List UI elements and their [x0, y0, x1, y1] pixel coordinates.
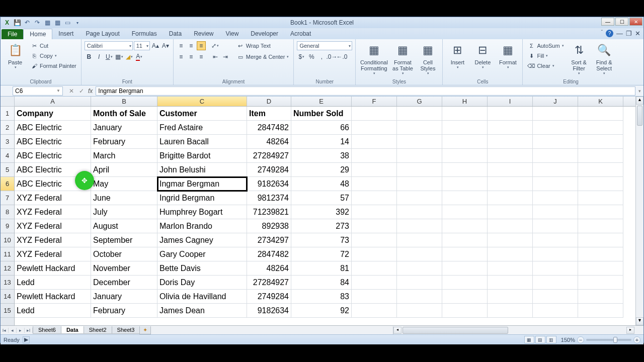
- cell[interactable]: [533, 121, 578, 135]
- cell[interactable]: [578, 121, 623, 135]
- cell[interactable]: [352, 191, 397, 205]
- cell[interactable]: [397, 304, 442, 318]
- scroll-down-icon[interactable]: ▼: [636, 317, 643, 325]
- underline-button[interactable]: U▾: [105, 52, 114, 61]
- number-format-combo[interactable]: General: [297, 41, 352, 50]
- cell[interactable]: Gary Cooper: [157, 247, 247, 261]
- cell[interactable]: Customer: [157, 107, 247, 121]
- cells-area[interactable]: CompanyMonth of SaleCustomerItemNumber S…: [15, 107, 635, 325]
- cell[interactable]: [442, 107, 488, 121]
- row-header-7[interactable]: 7: [1, 191, 14, 205]
- maximize-button[interactable]: ☐: [615, 18, 628, 26]
- cell[interactable]: [397, 261, 442, 276]
- cell[interactable]: [442, 191, 488, 205]
- cell[interactable]: 73: [291, 233, 352, 247]
- cell[interactable]: 2847482: [247, 121, 291, 135]
- cell[interactable]: [488, 304, 533, 318]
- cell[interactable]: [352, 247, 397, 261]
- cell[interactable]: [397, 163, 442, 177]
- sheet-last-icon[interactable]: ▸I: [25, 328, 33, 333]
- cell[interactable]: 72: [291, 247, 352, 261]
- align-left-icon[interactable]: ≡: [177, 52, 186, 61]
- cell[interactable]: [533, 233, 578, 247]
- cell[interactable]: [578, 233, 623, 247]
- fill-color-button[interactable]: ◢▾: [125, 52, 134, 61]
- increase-indent-icon[interactable]: ⇥: [221, 52, 230, 61]
- cell[interactable]: [488, 135, 533, 149]
- cell[interactable]: 14: [291, 135, 352, 149]
- cell[interactable]: [533, 219, 578, 233]
- tab-formulas[interactable]: Formulas: [126, 29, 163, 39]
- font-color-button[interactable]: A▾: [135, 52, 144, 61]
- cell[interactable]: November: [91, 261, 157, 276]
- page-layout-view-icon[interactable]: ▤: [535, 336, 545, 343]
- cell[interactable]: April: [91, 163, 157, 177]
- clear-button[interactable]: ⌫Clear▾: [526, 61, 565, 70]
- insert-cells-button[interactable]: ⊞Insert▾: [446, 41, 469, 70]
- column-header-H[interactable]: H: [442, 97, 488, 106]
- cell[interactable]: [352, 177, 397, 191]
- cell[interactable]: 9812374: [247, 191, 291, 205]
- cell[interactable]: [578, 177, 623, 191]
- cell[interactable]: February: [91, 135, 157, 149]
- cell[interactable]: [397, 290, 442, 304]
- cell[interactable]: [488, 233, 533, 247]
- align-right-icon[interactable]: ≡: [197, 52, 206, 61]
- tab-home[interactable]: Home: [23, 29, 52, 39]
- cell[interactable]: ABC Electric: [15, 149, 91, 163]
- cell[interactable]: XYZ Federal: [15, 191, 91, 205]
- save-icon[interactable]: 💾: [13, 19, 22, 27]
- align-center-icon[interactable]: ≡: [187, 52, 196, 61]
- paste-button[interactable]: 📋 Paste▾: [4, 41, 27, 70]
- cell[interactable]: 892938: [247, 219, 291, 233]
- cell[interactable]: ABC Electric: [15, 121, 91, 135]
- decrease-indent-icon[interactable]: ⇤: [211, 52, 220, 61]
- cell[interactable]: [397, 149, 442, 163]
- tab-page-layout[interactable]: Page Layout: [79, 29, 125, 39]
- cell[interactable]: [488, 121, 533, 135]
- format-as-table-button[interactable]: ▦Format as Table▾: [391, 41, 414, 76]
- cell[interactable]: [442, 276, 488, 290]
- italic-button[interactable]: I: [95, 52, 104, 61]
- normal-view-icon[interactable]: ▦: [524, 336, 534, 343]
- cell[interactable]: Ledd: [15, 304, 91, 318]
- align-middle-icon[interactable]: ≡: [187, 41, 196, 50]
- cell[interactable]: 9182634: [247, 304, 291, 318]
- cell[interactable]: Pewlett Hackard: [15, 290, 91, 304]
- cell[interactable]: XYZ Federal: [15, 233, 91, 247]
- cell[interactable]: [442, 121, 488, 135]
- row-header-15[interactable]: 15: [1, 304, 14, 318]
- cell[interactable]: ABC Electric: [15, 135, 91, 149]
- row-header-8[interactable]: 8: [1, 205, 14, 219]
- row-header-3[interactable]: 3: [1, 135, 14, 149]
- macro-record-icon[interactable]: ▶: [23, 336, 30, 343]
- select-all-corner[interactable]: [1, 97, 15, 107]
- cell[interactable]: 29: [291, 163, 352, 177]
- cell[interactable]: Doris Day: [157, 276, 247, 290]
- close-button[interactable]: ✕: [629, 18, 642, 26]
- percent-icon[interactable]: %: [307, 52, 316, 61]
- column-header-K[interactable]: K: [578, 97, 623, 106]
- cell[interactable]: [352, 261, 397, 276]
- cell[interactable]: Ledd: [15, 276, 91, 290]
- bold-button[interactable]: B: [85, 52, 94, 61]
- cell[interactable]: Marlon Brando: [157, 219, 247, 233]
- border-button[interactable]: ▦▾: [115, 52, 124, 61]
- cell[interactable]: 273: [291, 219, 352, 233]
- column-header-B[interactable]: B: [91, 97, 157, 106]
- row-header-14[interactable]: 14: [1, 290, 14, 304]
- cell[interactable]: [533, 149, 578, 163]
- cell[interactable]: 2734297: [247, 233, 291, 247]
- increase-font-icon[interactable]: A▴: [151, 41, 160, 50]
- scroll-up-icon[interactable]: ▲: [636, 97, 643, 105]
- cell[interactable]: [442, 233, 488, 247]
- align-top-icon[interactable]: ≡: [177, 41, 186, 50]
- fx-icon[interactable]: fx: [88, 87, 93, 95]
- cell[interactable]: [352, 219, 397, 233]
- cell[interactable]: [442, 219, 488, 233]
- qat-extra-1-icon[interactable]: ▦: [43, 19, 52, 27]
- cell[interactable]: 9182634: [247, 177, 291, 191]
- cell[interactable]: 48: [291, 177, 352, 191]
- hscroll-thumb[interactable]: [403, 327, 508, 334]
- cell[interactable]: May: [91, 177, 157, 191]
